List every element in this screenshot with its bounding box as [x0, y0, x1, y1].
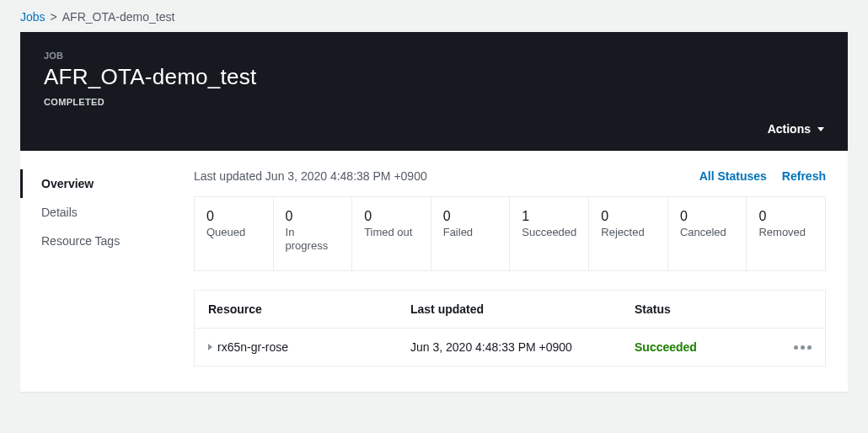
stat-value: 0 [206, 209, 261, 224]
stat-label: Rejected [601, 226, 656, 239]
chevron-down-icon [817, 127, 824, 131]
cell-actions [778, 345, 812, 350]
cell-status: Succeeded [635, 340, 778, 354]
breadcrumb-root-link[interactable]: Jobs [20, 10, 46, 24]
stat-label: Removed [758, 226, 813, 239]
table-header: Resource Last updated Status [195, 291, 825, 329]
actions-button-label: Actions [768, 122, 811, 136]
stat-label: Queued [206, 226, 261, 239]
stat-canceled: 0 Canceled [668, 197, 747, 270]
col-header-status: Status [635, 302, 778, 316]
col-header-resource: Resource [208, 302, 410, 316]
resource-name[interactable]: rx65n-gr-rose [217, 340, 288, 354]
all-statuses-link[interactable]: All Statuses [699, 169, 767, 183]
stat-value: 0 [758, 209, 813, 224]
stat-timed-out: 0 Timed out [352, 197, 431, 270]
stat-label: Failed [443, 226, 498, 239]
stat-label: Canceled [680, 226, 735, 239]
stat-label: Succeeded [522, 226, 576, 239]
stat-removed: 0 Removed [747, 197, 825, 270]
sidebar-item-overview[interactable]: Overview [20, 169, 171, 198]
actions-button[interactable]: Actions [768, 122, 824, 136]
stat-failed: 0 Failed [431, 197, 511, 270]
stat-queued: 0 Queued [195, 197, 274, 270]
row-actions-menu-icon[interactable] [794, 345, 812, 350]
job-panel: JOB AFR_OTA-demo_test COMPLETED Actions … [20, 32, 848, 392]
stat-value: 0 [680, 209, 735, 224]
sidebar: Overview Details Resource Tags [20, 151, 172, 392]
table-row: rx65n-gr-rose Jun 3, 2020 4:48:33 PM +09… [195, 329, 825, 366]
hero-header: JOB AFR_OTA-demo_test COMPLETED Actions [20, 32, 848, 151]
stat-succeeded: 1 Succeeded [510, 197, 589, 270]
breadcrumb-current: AFR_OTA-demo_test [62, 10, 175, 24]
stat-value: 0 [601, 209, 656, 224]
panel-body: Overview Details Resource Tags Last upda… [20, 151, 848, 392]
main-content: Last updated Jun 3, 2020 4:48:38 PM +090… [172, 151, 848, 392]
hero-eyebrow: JOB [44, 51, 824, 61]
cell-resource: rx65n-gr-rose [208, 340, 410, 354]
actions-row: Actions [44, 122, 824, 136]
page-title: AFR_OTA-demo_test [44, 64, 824, 90]
page-root: Jobs > AFR_OTA-demo_test JOB AFR_OTA-dem… [0, 0, 868, 433]
stat-rejected: 0 Rejected [589, 197, 668, 270]
status-badge: COMPLETED [44, 97, 824, 107]
breadcrumb: Jobs > AFR_OTA-demo_test [0, 0, 868, 32]
cell-updated: Jun 3, 2020 4:48:33 PM +0900 [410, 340, 635, 354]
stat-value: 1 [522, 209, 576, 224]
stat-in-progress: 0 In progress [274, 197, 353, 270]
refresh-link[interactable]: Refresh [782, 169, 826, 183]
col-header-updated: Last updated [410, 302, 635, 316]
stat-value: 0 [364, 209, 419, 224]
stat-value: 0 [443, 209, 498, 224]
chevron-right-icon: > [51, 10, 57, 24]
sidebar-item-resource-tags[interactable]: Resource Tags [20, 227, 171, 255]
sidebar-item-details[interactable]: Details [20, 198, 171, 227]
last-updated-text: Last updated Jun 3, 2020 4:48:38 PM +090… [194, 169, 427, 183]
stat-label: Timed out [364, 226, 419, 239]
overview-topline: Last updated Jun 3, 2020 4:48:38 PM +090… [194, 169, 826, 183]
stat-label: In progress [286, 226, 340, 252]
resource-table: Resource Last updated Status rx65n-gr-ro… [194, 290, 826, 366]
stats-row: 0 Queued 0 In progress 0 Timed out 0 Fai… [194, 196, 826, 271]
expand-row-icon[interactable] [208, 344, 212, 350]
stat-value: 0 [286, 209, 340, 224]
